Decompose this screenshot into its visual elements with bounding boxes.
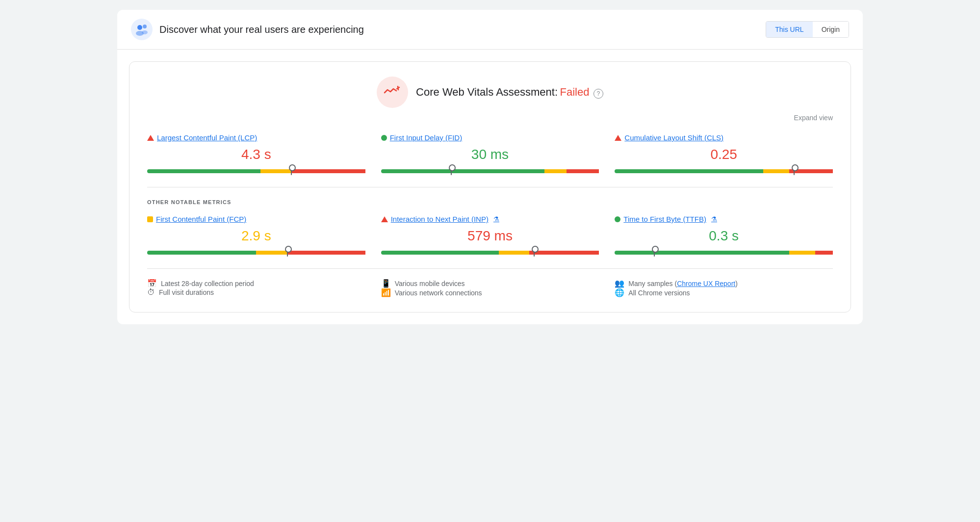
footer-icon: 👥: [615, 279, 624, 288]
metric-card-fid: First Input Delay (FID)30 ms: [381, 133, 599, 173]
footer-info: 📅Latest 28-day collection period⏱Full vi…: [147, 268, 833, 297]
metric-value-fid: 30 ms: [381, 147, 599, 162]
assessment-info-icon[interactable]: ?: [593, 89, 603, 99]
header-left: Discover what your real users are experi…: [131, 19, 364, 40]
gauge-bar: [615, 251, 833, 255]
metric-indicator-fcp: [147, 216, 153, 222]
metric-card-lcp: Largest Contentful Paint (LCP)4.3 s: [147, 133, 365, 173]
gauge-orange: [789, 251, 815, 255]
footer-text: Many samples (Chrome UX Report): [628, 280, 738, 287]
footer-col2: 📱Various mobile devices📶Various network …: [381, 279, 599, 297]
footer-item: ⏱Full visit durations: [147, 288, 365, 297]
lab-icon-ttfb: ⚗: [711, 215, 717, 223]
metric-indicator-ttfb: [615, 216, 620, 222]
gauge-marker: [534, 249, 535, 257]
gauge-orange: [256, 251, 286, 255]
gauge-green: [615, 169, 763, 173]
gauge-red: [815, 251, 833, 255]
header: Discover what your real users are experi…: [117, 10, 863, 50]
gauge-marker: [287, 249, 288, 257]
gauge-marker: [451, 167, 452, 175]
assessment-status: Failed: [560, 86, 590, 98]
metric-card-fcp: First Contentful Paint (FCP)2.9 s: [147, 215, 365, 255]
metric-title-text-fcp: First Contentful Paint (FCP): [156, 215, 246, 223]
logo-icon: [131, 19, 153, 40]
failed-icon-circle: [377, 77, 408, 108]
gauge-bar: [615, 169, 833, 173]
footer-col1: 📅Latest 28-day collection period⏱Full vi…: [147, 279, 365, 297]
metric-title-text-lcp: Largest Contentful Paint (LCP): [157, 133, 257, 142]
footer-text: Latest 28-day collection period: [161, 280, 254, 287]
gauge-orange: [763, 169, 789, 173]
metric-title-fid[interactable]: First Input Delay (FID): [381, 133, 599, 142]
footer-icon: 🌐: [615, 288, 624, 297]
metric-value-inp: 579 ms: [381, 228, 599, 244]
assessment-header: Core Web Vitals Assessment: Failed ?: [147, 77, 833, 108]
gauge-red: [291, 169, 365, 173]
gauge-bar: [381, 169, 599, 173]
metric-title-ttfb[interactable]: Time to First Byte (TTFB)⚗: [615, 215, 833, 223]
footer-item: 👥Many samples (Chrome UX Report): [615, 279, 833, 288]
metric-indicator-inp: [381, 216, 388, 222]
metric-card-ttfb: Time to First Byte (TTFB)⚗0.3 s: [615, 215, 833, 255]
footer-item: 📶Various network connections: [381, 288, 599, 297]
footer-text: Various network connections: [395, 289, 482, 297]
svg-point-0: [137, 25, 142, 30]
origin-button[interactable]: Origin: [813, 22, 849, 37]
metric-title-text-inp: Interaction to Next Paint (INP): [391, 215, 489, 223]
metric-title-text-ttfb: Time to First Byte (TTFB): [623, 215, 706, 223]
chrome-ux-report-link[interactable]: Chrome UX Report: [677, 280, 735, 287]
url-toggle: This URL Origin: [766, 21, 849, 38]
main-card: Core Web Vitals Assessment: Failed ? Exp…: [129, 61, 851, 313]
header-title: Discover what your real users are experi…: [159, 24, 364, 35]
footer-icon: 📶: [381, 288, 391, 297]
gauge-orange: [260, 169, 291, 173]
core-metrics-grid: Largest Contentful Paint (LCP)4.3 sFirst…: [147, 133, 833, 173]
footer-item: 📅Latest 28-day collection period: [147, 279, 365, 288]
footer-text: All Chrome versions: [628, 289, 690, 297]
assessment-title: Core Web Vitals Assessment:: [416, 86, 558, 98]
gauge-green: [381, 251, 499, 255]
metric-title-inp[interactable]: Interaction to Next Paint (INP)⚗: [381, 215, 599, 223]
gauge-green: [147, 251, 256, 255]
metric-title-lcp[interactable]: Largest Contentful Paint (LCP): [147, 133, 365, 142]
footer-icon: 📱: [381, 279, 391, 288]
metric-card-inp: Interaction to Next Paint (INP)⚗579 ms: [381, 215, 599, 255]
metric-title-text-cls: Cumulative Layout Shift (CLS): [624, 133, 723, 142]
gauge-green: [615, 251, 789, 255]
failed-icon: [384, 86, 401, 99]
other-metrics-label: OTHER NOTABLE METRICS: [147, 199, 833, 205]
metric-value-ttfb: 0.3 s: [615, 228, 833, 244]
metric-card-cls: Cumulative Layout Shift (CLS)0.25: [615, 133, 833, 173]
footer-icon: ⏱: [147, 288, 155, 297]
gauge-red: [567, 169, 599, 173]
footer-item: 🌐All Chrome versions: [615, 288, 833, 297]
metric-value-lcp: 4.3 s: [147, 147, 365, 162]
metric-title-fcp[interactable]: First Contentful Paint (FCP): [147, 215, 365, 223]
gauge-bar: [147, 251, 365, 255]
lab-icon-inp: ⚗: [493, 215, 499, 223]
metric-value-cls: 0.25: [615, 147, 833, 162]
footer-text: Various mobile devices: [395, 280, 465, 287]
metric-title-text-fid: First Input Delay (FID): [390, 133, 463, 142]
gauge-marker: [794, 167, 795, 175]
gauge-red: [287, 251, 365, 255]
this-url-button[interactable]: This URL: [766, 22, 812, 37]
gauge-green: [147, 169, 260, 173]
other-metrics-grid: First Contentful Paint (FCP)2.9 sInterac…: [147, 215, 833, 255]
divider: [147, 187, 833, 187]
gauge-bar: [381, 251, 599, 255]
metric-title-cls[interactable]: Cumulative Layout Shift (CLS): [615, 133, 833, 142]
footer-text: Full visit durations: [159, 288, 214, 296]
footer-item: 📱Various mobile devices: [381, 279, 599, 288]
footer-col3: 👥Many samples (Chrome UX Report)🌐All Chr…: [615, 279, 833, 297]
metric-indicator-cls: [615, 135, 621, 141]
gauge-orange: [544, 169, 566, 173]
metric-indicator-fid: [381, 135, 387, 141]
gauge-orange: [499, 251, 529, 255]
svg-point-3: [142, 30, 148, 34]
page-wrapper: Discover what your real users are experi…: [117, 10, 863, 324]
gauge-bar: [147, 169, 365, 173]
svg-point-1: [143, 25, 147, 28]
expand-view-button[interactable]: Expand view: [147, 114, 833, 122]
